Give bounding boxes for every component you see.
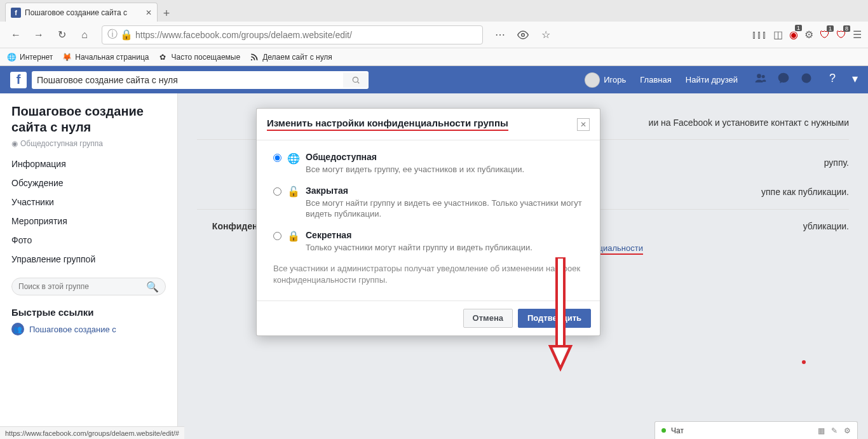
modal-notice: Все участники и администраторы получат у… [273,263,583,286]
library-icon[interactable]: ⫿⫿⫿ [752,29,767,41]
gear-icon: ✿ [158,52,168,62]
group-type-label: ◉ Общедоступная группа [11,139,166,148]
browser-chrome: f Пошаговое создание сайта с ✕ + ← → ↻ ⌂… [0,0,868,66]
svg-point-4 [762,75,765,78]
sidebar-item-info[interactable]: Информация [11,154,166,173]
group-icon: 👥 [11,323,24,335]
modal-close-button[interactable]: ✕ [577,118,590,131]
privacy-option-public[interactable]: 🌐 Общедоступная Все могут видеть группу,… [273,152,583,175]
hamburger-menu-icon[interactable]: ☰ [853,29,862,41]
globe-icon: ◉ [11,139,18,148]
home-button[interactable]: ⌂ [75,25,94,44]
group-title: Пошаговое создание сайта с нуля [11,104,166,135]
privacy-modal: Изменить настройки конфиденциальности гр… [256,108,600,336]
sidebar-item-manage[interactable]: Управление группой [11,250,166,269]
close-tab-icon[interactable]: ✕ [146,8,152,17]
forward-button[interactable]: → [29,25,48,44]
new-tab-button[interactable]: + [158,5,175,22]
sidebar-item-discussion[interactable]: Обсуждение [11,173,166,192]
privacy-option-secret[interactable]: 🔒 Секретная Только участники могут найти… [273,230,583,253]
facebook-search-bar[interactable] [32,71,369,89]
status-bar: https://www.facebook.com/groups/delaem.w… [0,426,184,439]
group-search-input[interactable] [18,282,146,291]
svg-point-2 [353,77,358,82]
chat-grid-icon[interactable]: ▦ [818,426,825,435]
adblock-icon[interactable]: ◉1 [789,29,798,41]
modal-body: 🌐 Общедоступная Все могут видеть группу,… [257,140,600,301]
search-icon[interactable]: 🔍 [146,281,159,293]
chat-settings-icon[interactable]: ⚙ [844,426,851,435]
reader-icon[interactable] [513,25,532,44]
chat-bar[interactable]: Чат ▦ ✎ ⚙ [654,421,858,439]
sidebar-item-members[interactable]: Участники [11,192,166,212]
lock-icon: 🔒 [120,29,133,41]
site-info-icon[interactable]: ⓘ [107,28,118,41]
notifications-icon[interactable] [800,72,813,88]
facebook-search-input[interactable] [37,75,343,85]
facebook-nav: Игорь Главная Найти друзей ? ▾ [578,71,858,89]
sidebar-nav: Информация Обсуждение Участники Мероприя… [11,154,166,269]
modal-footer: Отмена Подтвердить [257,301,600,335]
radio-secret[interactable] [273,232,281,240]
lock-open-icon: 🔓 [288,186,299,198]
radio-closed[interactable] [273,187,281,196]
sidebar: Пошаговое создание сайта с нуля ◉ Общедо… [0,93,178,439]
profile-link[interactable]: Игорь [578,71,632,89]
bookmark-internet[interactable]: 🌐Интернет [6,52,53,62]
messenger-icon[interactable] [777,72,790,88]
help-icon[interactable]: ? [829,72,836,88]
bookmark-homepage[interactable]: 🦊Начальная страница [62,52,149,62]
chat-label: Чат [671,426,684,435]
dropdown-icon[interactable]: ▾ [852,72,858,88]
rss-icon [249,52,259,62]
ublock-icon[interactable]: 🛡1 [820,29,830,41]
bookmarks-bar: 🌐Интернет 🦊Начальная страница ✿Часто пос… [0,48,868,66]
firefox-icon: 🦊 [62,52,72,62]
facebook-favicon: f [11,8,21,18]
bookmark-frequent[interactable]: ✿Часто посещаемые [158,52,240,62]
sidebar-item-events[interactable]: Мероприятия [11,212,166,231]
browser-tab[interactable]: f Пошаговое создание сайта с ✕ [5,3,158,22]
tab-title: Пошаговое создание сайта с [25,8,142,17]
quick-links-title: Быстрые ссылки [11,307,166,318]
sidebar-item-photos[interactable]: Фото [11,231,166,250]
group-search[interactable]: 🔍 [11,278,166,295]
reload-button[interactable]: ↻ [52,25,71,44]
nav-bar: ← → ↻ ⌂ ⓘ 🔒 ⋯ ☆ ⫿⫿⫿ ◫ ◉1 ⚙ 🛡1 🛡8 ☰ [0,22,868,48]
modal-header: Изменить настройки конфиденциальности гр… [257,109,600,140]
svg-point-5 [801,74,811,83]
annotation-dot [802,360,806,364]
toolbar-right: ⫿⫿⫿ ◫ ◉1 ⚙ 🛡1 🛡8 ☰ [752,29,862,41]
friends-icon[interactable] [754,72,767,88]
sidebar-icon[interactable]: ◫ [773,29,783,41]
confirm-button[interactable]: Подтвердить [518,309,591,328]
home-link[interactable]: Главная [634,71,677,89]
page-actions-icon[interactable]: ⋯ [491,25,510,44]
chat-compose-icon[interactable]: ✎ [831,426,837,435]
tab-strip: f Пошаговое создание сайта с ✕ + [0,0,868,22]
lock-icon: 🔒 [288,231,299,242]
svg-point-0 [522,33,525,36]
facebook-logo[interactable]: f [10,72,27,88]
bookmark-rss[interactable]: Делаем сайт с нуля [249,52,332,62]
svg-point-3 [757,74,761,78]
header-icons: ? ▾ [754,72,858,88]
modal-title: Изменить настройки конфиденциальности гр… [267,118,508,131]
cancel-button[interactable]: Отмена [463,309,513,328]
radio-public[interactable] [273,154,281,162]
back-button[interactable]: ← [6,25,25,44]
online-dot-icon [661,428,666,433]
quick-link-item[interactable]: 👥 Пошаговое создание с [11,323,166,335]
url-input[interactable] [135,30,477,40]
url-bar[interactable]: ⓘ 🔒 [102,25,483,44]
globe-icon: 🌐 [288,152,299,164]
search-button[interactable] [343,72,369,88]
privacy-option-closed[interactable]: 🔓 Закрытая Все могут найти группу и виде… [273,186,583,220]
svg-point-1 [251,58,252,60]
extension-icon-1[interactable]: ⚙ [804,29,813,41]
find-friends-link[interactable]: Найти друзей [679,71,744,89]
ublock-icon-2[interactable]: 🛡8 [836,29,846,41]
globe-icon: 🌐 [6,52,17,62]
bookmark-star-icon[interactable]: ☆ [536,25,555,44]
avatar [585,72,600,88]
